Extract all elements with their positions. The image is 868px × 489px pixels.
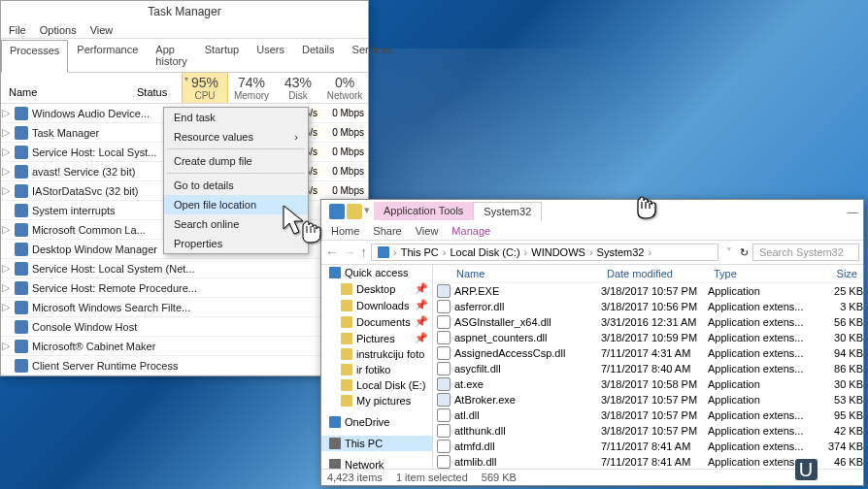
file-row[interactable]: aspnet_counters.dll 3/18/2017 10:59 PM A… xyxy=(433,330,863,345)
nav-item[interactable]: Pictures📌 xyxy=(321,330,432,346)
folder-icon xyxy=(341,300,352,311)
minimize-button[interactable]: — xyxy=(846,206,859,217)
process-row[interactable]: ▷ Service Host: Remote Procedure...1.8 xyxy=(1,278,368,298)
file-list: ARP.EXE 3/18/2017 10:57 PM Application 2… xyxy=(433,283,863,469)
col-network[interactable]: 0% Network xyxy=(321,73,368,103)
menu-view[interactable]: View xyxy=(90,24,114,36)
file-row[interactable]: AtBroker.exe 3/18/2017 10:57 PM Applicat… xyxy=(433,392,863,408)
ribbon-view[interactable]: View xyxy=(416,225,439,237)
ribbon-home[interactable]: Home xyxy=(331,225,359,237)
col-status[interactable]: Status xyxy=(135,73,182,103)
tab-system32[interactable]: System32 xyxy=(473,202,542,220)
nav-back-icon[interactable]: ← xyxy=(325,244,339,260)
process-row[interactable]: ▷ Microsoft Windows Search Filte...0 xyxy=(1,298,368,317)
nav-this-pc[interactable]: This PC xyxy=(321,436,432,451)
file-icon xyxy=(437,455,451,469)
menu-file[interactable]: File xyxy=(9,24,26,36)
process-row[interactable]: Console Window Host0 xyxy=(1,317,368,337)
col-date[interactable]: Date modified xyxy=(601,268,708,279)
file-row[interactable]: atl.dll 3/18/2017 10:57 PM Application e… xyxy=(433,408,863,423)
folder-icon xyxy=(341,316,352,328)
expand-icon[interactable]: ▷ xyxy=(1,301,11,313)
file-row[interactable]: AssignedAccessCsp.dll 7/11/2017 4:31 AM … xyxy=(433,345,863,361)
nav-item[interactable]: Local Disk (E:) xyxy=(321,377,432,393)
file-icon xyxy=(437,393,451,407)
tab-processes[interactable]: Processes xyxy=(1,40,68,73)
col-name[interactable]: Name xyxy=(451,268,601,279)
expand-icon[interactable]: ▷ xyxy=(1,262,11,275)
process-icon xyxy=(15,262,28,276)
ribbon-manage[interactable]: Manage xyxy=(451,225,490,237)
file-row[interactable]: asycfilt.dll 7/11/2017 8:40 AM Applicati… xyxy=(433,361,863,376)
file-icon xyxy=(437,300,451,313)
expand-icon[interactable]: ▷ xyxy=(1,223,11,236)
file-row[interactable]: at.exe 3/18/2017 10:58 PM Application 30… xyxy=(433,376,863,392)
tab-app-history[interactable]: App history xyxy=(147,39,195,72)
nav-item[interactable]: Desktop📌 xyxy=(321,280,432,297)
context-item[interactable]: Open file location xyxy=(164,195,308,214)
menu-options[interactable]: Options xyxy=(40,24,77,36)
col-type[interactable]: Type xyxy=(708,268,810,279)
nav-item[interactable]: Documents📌 xyxy=(321,313,432,330)
refresh-icon[interactable]: ↻ xyxy=(740,246,749,259)
nav-up-icon[interactable]: ↑ xyxy=(360,244,367,260)
tab-startup[interactable]: Startup xyxy=(196,39,248,72)
tab-details[interactable]: Details xyxy=(293,39,344,72)
expand-icon[interactable]: ▷ xyxy=(1,340,11,352)
status-count: 4,423 items xyxy=(327,472,383,483)
file-icon xyxy=(437,315,451,329)
expand-icon[interactable]: ▷ xyxy=(1,281,11,294)
window-title: Task Manager xyxy=(1,1,368,22)
ribbon-share[interactable]: Share xyxy=(373,225,401,237)
context-item[interactable]: Go to details xyxy=(164,176,308,195)
nav-quick-access[interactable]: Quick access xyxy=(321,265,432,280)
file-row[interactable]: atlthunk.dll 3/18/2017 10:57 PM Applicat… xyxy=(433,423,863,439)
nav-item[interactable]: instrukciju foto xyxy=(321,346,432,362)
qat-dropdown-icon[interactable]: ▾ xyxy=(364,204,370,219)
nav-onedrive[interactable]: OneDrive xyxy=(321,414,432,430)
context-item[interactable]: Search online xyxy=(164,214,308,234)
expand-icon[interactable]: ▷ xyxy=(1,184,11,197)
expand-icon[interactable]: ▷ xyxy=(1,165,11,178)
process-row[interactable]: ▷ Microsoft® Cabinet Maker0 xyxy=(1,337,368,356)
quick-access-toolbar-icon[interactable] xyxy=(329,204,345,219)
nav-network[interactable]: Network xyxy=(321,457,432,469)
file-icon xyxy=(437,346,451,360)
col-disk[interactable]: 43% Disk xyxy=(275,73,321,103)
tab-users[interactable]: Users xyxy=(248,39,293,72)
search-input[interactable]: Search System32 xyxy=(752,244,859,261)
folder-icon xyxy=(341,333,352,344)
file-row[interactable]: asferror.dll 3/18/2017 10:56 PM Applicat… xyxy=(433,299,863,314)
expand-icon[interactable]: ▷ xyxy=(1,107,11,119)
tab-application-tools[interactable]: Application Tools xyxy=(374,202,473,220)
expand-icon[interactable]: ▷ xyxy=(1,126,11,139)
col-memory[interactable]: 74% Memory xyxy=(228,73,275,103)
nav-item[interactable]: Downloads📌 xyxy=(321,297,432,313)
nav-item[interactable]: ir fotiko xyxy=(321,362,432,377)
address-dropdown-icon[interactable]: ˅ xyxy=(722,246,736,259)
col-size[interactable]: Size xyxy=(810,268,863,279)
tab-services[interactable]: Services xyxy=(344,39,402,72)
folder-icon[interactable] xyxy=(347,204,362,219)
pc-icon xyxy=(378,246,389,258)
process-icon xyxy=(15,281,28,295)
process-row[interactable]: ▷ Service Host: Local System (Net...1.8 xyxy=(1,259,368,278)
file-row[interactable]: ASGInstaller_x64.dll 3/31/2016 12:31 AM … xyxy=(433,314,863,330)
tab-performance[interactable]: Performance xyxy=(68,39,147,72)
context-item[interactable]: Resource values xyxy=(164,127,308,147)
status-size: 569 KB xyxy=(482,472,517,483)
process-row[interactable]: Client Server Runtime Process0 xyxy=(1,356,368,375)
expand-icon[interactable]: ▷ xyxy=(1,146,11,158)
nav-item[interactable]: My pictures xyxy=(321,393,432,408)
file-icon xyxy=(437,408,451,422)
context-item[interactable]: End task xyxy=(164,108,308,127)
col-cpu[interactable]: ▾ 95% CPU xyxy=(182,73,228,103)
context-item[interactable]: Create dump file xyxy=(164,151,308,171)
file-row[interactable]: ARP.EXE 3/18/2017 10:57 PM Application 2… xyxy=(433,283,863,299)
list-headers: Name Date modified Type Size xyxy=(433,265,863,283)
breadcrumb[interactable]: › This PC› Local Disk (C:)› WINDOWS› Sys… xyxy=(371,244,718,261)
file-row[interactable]: atmfd.dll 7/11/2017 8:41 AM Application … xyxy=(433,439,863,454)
nav-forward-icon[interactable]: → xyxy=(343,244,356,260)
col-name[interactable]: Name xyxy=(1,73,135,103)
context-item[interactable]: Properties xyxy=(164,234,308,253)
